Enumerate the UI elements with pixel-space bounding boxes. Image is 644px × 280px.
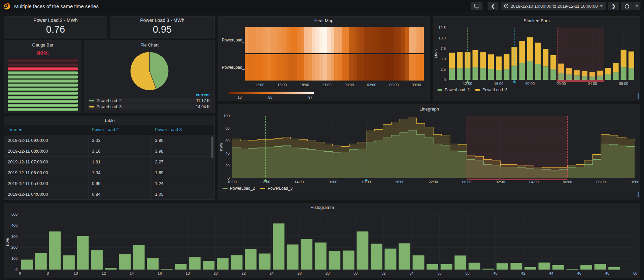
histogram-bar[interactable] <box>147 258 159 270</box>
heatmap-cell[interactable] <box>368 54 372 81</box>
heatmap-cell[interactable] <box>401 27 405 53</box>
pie-legend-item[interactable]: PowerLoad_211.17 K <box>88 98 211 103</box>
heatmap-cell[interactable] <box>304 54 308 81</box>
heatmap-cell[interactable] <box>312 54 315 81</box>
heatmap-cell[interactable] <box>260 27 263 53</box>
heatmap-cell[interactable] <box>301 27 304 53</box>
histogram-bar[interactable] <box>580 265 592 270</box>
bar-powerload3[interactable] <box>480 52 486 68</box>
histogram-bar[interactable] <box>469 263 480 270</box>
heatmap-cell[interactable] <box>319 27 323 53</box>
histogram-bar[interactable] <box>539 262 550 270</box>
heatmap-cell[interactable] <box>319 54 323 81</box>
histogram-bar[interactable] <box>21 259 33 270</box>
heatmap-cell[interactable] <box>342 27 345 53</box>
heatmap-cell[interactable] <box>394 54 398 81</box>
histogram-bar[interactable] <box>35 253 47 270</box>
heatmap-cell[interactable] <box>416 54 420 81</box>
histogram-bar[interactable] <box>595 264 606 270</box>
heatmap-cell[interactable] <box>379 27 383 53</box>
histogram-bar[interactable] <box>497 263 508 270</box>
bar-powerload3[interactable] <box>457 52 463 68</box>
heatmap-cell[interactable] <box>252 54 256 81</box>
bar-powerload3[interactable] <box>535 43 541 64</box>
bar-powerload3[interactable] <box>550 55 556 69</box>
heatmap-cell[interactable] <box>349 27 353 53</box>
tv-mode-button[interactable] <box>471 2 483 10</box>
bar-powerload2[interactable] <box>519 63 525 80</box>
heatmap-cell[interactable] <box>372 27 375 53</box>
bar-powerload2[interactable] <box>550 69 556 80</box>
heatmap-cell[interactable] <box>345 54 349 81</box>
grafana-logo[interactable] <box>3 2 11 10</box>
table-scrollbar[interactable] <box>211 136 213 158</box>
heatmap-cell[interactable] <box>290 27 293 53</box>
heatmap-cell[interactable] <box>342 54 345 81</box>
table-column-header[interactable]: Power Load 3 <box>151 125 214 135</box>
heatmap-cell[interactable] <box>327 54 331 81</box>
heatmap-cell[interactable] <box>312 27 315 53</box>
bar-powerload3[interactable] <box>527 37 533 61</box>
heatmap-cell[interactable] <box>409 54 412 81</box>
heatmap-cell[interactable] <box>357 54 360 81</box>
histogram-bar[interactable] <box>203 261 214 270</box>
heatmap-cell[interactable] <box>304 27 308 53</box>
heatmap-cell[interactable] <box>263 27 267 53</box>
heatmap-cell[interactable] <box>401 54 405 81</box>
panel-title[interactable]: Power Load 2 - MWh <box>4 17 107 23</box>
histogram-bar[interactable] <box>399 243 410 270</box>
heatmap-cell[interactable] <box>390 27 394 53</box>
bar-powerload3[interactable] <box>613 63 619 72</box>
heatmap-cell[interactable] <box>248 54 252 81</box>
heatmap-cell[interactable] <box>334 54 338 81</box>
bar-powerload3[interactable] <box>496 57 502 70</box>
heatmap-cell[interactable] <box>293 54 297 81</box>
dashboard-title[interactable]: Multiple faces of the same time series <box>14 3 99 9</box>
histogram-bar[interactable] <box>231 255 243 270</box>
bar-powerload3[interactable] <box>473 50 478 67</box>
heatmap-cell[interactable] <box>267 54 271 81</box>
histogram-bar[interactable] <box>259 253 271 270</box>
bar-powerload3[interactable] <box>621 50 626 67</box>
panel-title[interactable]: Power Load 3 - MWh <box>110 17 214 23</box>
bar-powerload3[interactable] <box>605 68 611 74</box>
histogram-bar[interactable] <box>482 269 494 270</box>
heatmap-cell[interactable] <box>293 27 297 53</box>
heatmap-cell[interactable] <box>357 27 360 53</box>
legend-item-PowerLoad_3[interactable]: PowerLoad_3 <box>260 186 293 191</box>
heatmap-cell[interactable] <box>379 54 383 81</box>
legend-item-PowerLoad_2[interactable]: PowerLoad_2 <box>223 186 255 191</box>
histogram-bar[interactable] <box>245 249 257 270</box>
heatmap-cell[interactable] <box>349 54 353 81</box>
bar-powerload2[interactable] <box>543 66 548 80</box>
bar-powerload3[interactable] <box>504 54 509 69</box>
pie-legend-item[interactable]: PowerLoad_314.04 K <box>88 104 211 110</box>
histogram-bar[interactable] <box>91 250 103 270</box>
heatmap-cell[interactable] <box>368 27 372 53</box>
heatmap-cell[interactable] <box>338 27 342 53</box>
heatmap-cell[interactable] <box>338 54 342 81</box>
heatmap-cell[interactable] <box>323 27 327 53</box>
histogram-bar[interactable] <box>567 269 578 270</box>
histogram-bar[interactable] <box>371 244 382 270</box>
histogram-bar[interactable] <box>217 258 229 270</box>
heatmap-cell[interactable] <box>323 54 327 81</box>
bar-powerload2[interactable] <box>496 70 502 80</box>
heatmap-cell[interactable] <box>282 27 286 53</box>
bar-powerload3[interactable] <box>488 54 494 69</box>
heatmap-cell[interactable] <box>327 27 331 53</box>
heatmap-cell[interactable] <box>297 27 301 53</box>
bar-powerload2[interactable] <box>621 67 626 80</box>
bar-powerload2[interactable] <box>488 69 494 80</box>
heatmap-cell[interactable] <box>375 54 379 81</box>
heatmap-cell[interactable] <box>375 27 379 53</box>
heatmap-cell[interactable] <box>308 54 312 81</box>
bar-powerload2[interactable] <box>613 72 619 80</box>
heatmap-cell[interactable] <box>286 27 290 53</box>
histogram-bar[interactable] <box>119 254 131 270</box>
histogram-chart[interactable]: 0100200300400500681012141618202224262830… <box>4 212 640 276</box>
legend-scrollbar[interactable] <box>638 93 639 99</box>
panel-title[interactable]: Gauge Bar <box>4 41 81 49</box>
heatmap-cell[interactable] <box>360 54 364 81</box>
bar-powerload2[interactable] <box>605 74 611 80</box>
